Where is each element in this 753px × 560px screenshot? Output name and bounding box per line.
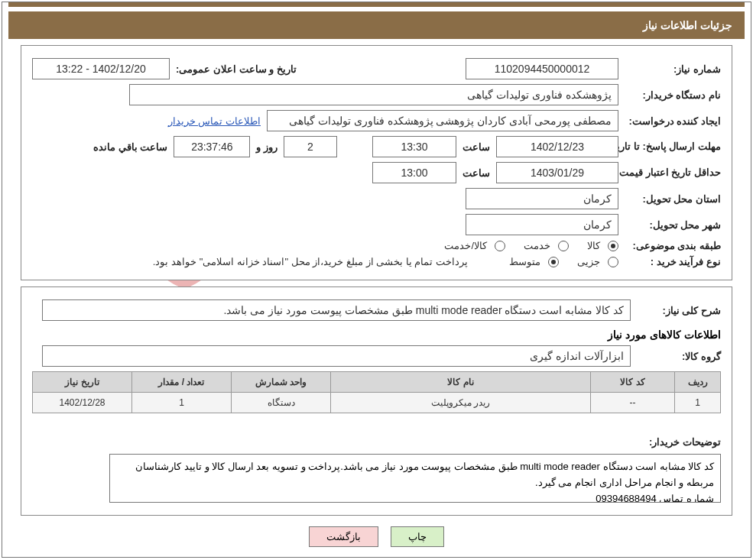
radio-goods-service[interactable] <box>495 241 505 251</box>
buyer-org-label: نام دستگاه خریدار: <box>625 89 721 101</box>
group-value: ابزارآلات اندازه گیری <box>42 345 631 367</box>
radio-goods[interactable] <box>608 241 618 251</box>
button-row: چاپ بازگشت <box>2 526 751 547</box>
cell-qty: 1 <box>132 393 232 413</box>
th-row: ردیف <box>675 372 721 393</box>
time-label-2: ساعت <box>463 167 490 179</box>
cell-row: 1 <box>675 393 721 413</box>
request-creator-value: مصطفی پورمحی آبادی کاردان پژوهشی پژوهشکد… <box>267 110 618 131</box>
remaining-days: 2 <box>284 136 337 157</box>
process-label: نوع فرآیند خرید : <box>625 256 721 267</box>
page-title: جزئیات اطلاعات نیاز <box>8 11 745 39</box>
price-validity-time: 13:00 <box>372 162 456 183</box>
price-validity-date: 1403/01/29 <box>496 162 618 183</box>
cell-name: ریدر میکروپلیت <box>331 393 591 413</box>
overall-need-label: شرح کلی نیاز: <box>637 305 721 316</box>
buyer-org-value: پژوهشکده فناوری تولیدات گیاهی <box>129 84 618 105</box>
table-row: 1 -- ریدر میکروپلیت دستگاه 1 1402/12/28 <box>33 393 721 413</box>
deadline-label: مهلت ارسال پاسخ: تا تاریخ: <box>625 140 721 154</box>
radio-partial[interactable] <box>608 257 618 267</box>
remaining-label: ساعت باقي مانده <box>93 141 167 153</box>
buyer-notes-label: توضیحات خریدار: <box>637 421 721 448</box>
th-date: تاریخ نیاز <box>33 372 132 393</box>
need-section: شرح کلی نیاز: کد کالا مشابه است دستگاه m… <box>21 286 732 516</box>
radio-goods-service-label: کالا/خدمت <box>444 240 487 251</box>
deadline-time: 13:30 <box>372 136 456 157</box>
category-label: طبقه بندی موضوعی: <box>625 240 721 251</box>
time-label-1: ساعت <box>463 141 490 153</box>
buyer-notes-text[interactable] <box>109 454 721 503</box>
announce-label: تاریخ و ساعت اعلان عمومی: <box>176 63 297 75</box>
radio-medium[interactable] <box>548 257 559 267</box>
deadline-date: 1402/12/23 <box>496 136 618 157</box>
items-title: اطلاعات کالاهای مورد نیاز <box>32 329 721 341</box>
city-value: کرمان <box>466 214 618 235</box>
radio-medium-label: متوسط <box>509 256 540 267</box>
print-button[interactable]: چاپ <box>391 526 444 547</box>
cell-code: -- <box>591 393 675 413</box>
info-section: شماره نیاز: 1102094450000012 تاریخ و ساع… <box>21 45 732 280</box>
radio-goods-label: کالا <box>587 240 600 251</box>
back-button[interactable]: بازگشت <box>309 526 378 547</box>
announce-value: 1402/12/20 - 13:22 <box>32 58 170 79</box>
group-label: گروه کالا: <box>637 351 721 362</box>
province-label: استان محل تحویل: <box>625 193 721 205</box>
remaining-time: 23:37:46 <box>174 136 250 157</box>
th-name: نام کالا <box>331 372 591 393</box>
process-note: پرداخت تمام یا بخشی از مبلغ خرید،از محل … <box>153 256 468 267</box>
cell-unit: دستگاه <box>232 393 331 413</box>
cell-date: 1402/12/28 <box>33 393 132 413</box>
th-qty: تعداد / مقدار <box>132 372 232 393</box>
th-unit: واحد شمارش <box>232 372 331 393</box>
radio-partial-label: جزیی <box>577 256 600 267</box>
items-table: ردیف کد کالا نام کالا واحد شمارش تعداد /… <box>32 371 721 413</box>
th-code: کد کالا <box>591 372 675 393</box>
radio-service[interactable] <box>558 241 569 251</box>
table-header-row: ردیف کد کالا نام کالا واحد شمارش تعداد /… <box>33 372 721 393</box>
need-no-label: شماره نیاز: <box>625 63 721 75</box>
radio-service-label: خدمت <box>524 240 550 251</box>
request-creator-label: ایجاد کننده درخواست: <box>625 115 721 127</box>
buyer-contact-link[interactable]: اطلاعات تماس خریدار <box>168 115 261 127</box>
days-and-label: روز و <box>256 141 278 153</box>
province-value: کرمان <box>466 188 618 209</box>
need-no-value: 1102094450000012 <box>466 58 618 79</box>
price-validity-label: حداقل تاریخ اعتبار قیمت: تا تاریخ: <box>625 166 721 180</box>
city-label: شهر محل تحویل: <box>625 219 721 231</box>
overall-need-value: کد کالا مشابه است دستگاه multi mode read… <box>42 299 631 321</box>
